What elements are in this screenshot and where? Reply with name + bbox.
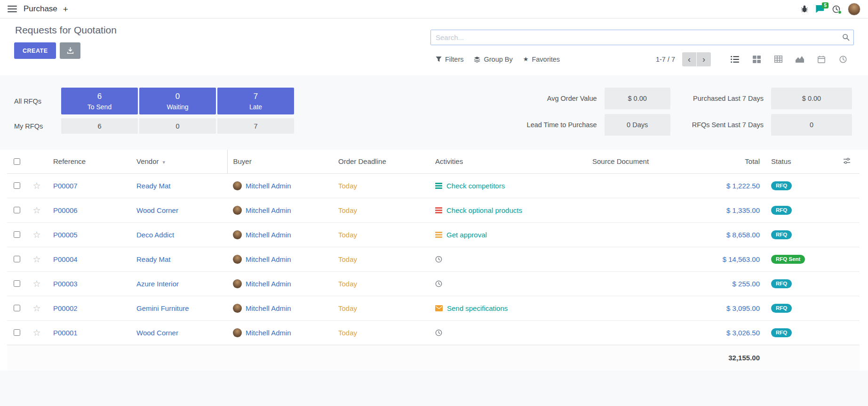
table-row[interactable]: ☆ P00006 Wood Corner Mitchell Admin Toda… xyxy=(7,198,860,222)
list-view-button[interactable] xyxy=(724,51,746,67)
reference-link[interactable]: P00007 xyxy=(53,182,78,190)
buyer-link[interactable]: Mitchell Admin xyxy=(246,304,291,312)
activity-summary[interactable]: Check optional products xyxy=(446,206,522,214)
vendor-link[interactable]: Ready Mat xyxy=(136,182,171,190)
activity-summary[interactable]: Check competitors xyxy=(446,182,505,190)
table-row[interactable]: ☆ P00003 Azure Interior Mitchell Admin T… xyxy=(7,271,860,296)
favorite-star-icon[interactable]: ☆ xyxy=(32,328,40,338)
activity-summary[interactable]: Get approval xyxy=(446,231,487,239)
reference-link[interactable]: P00002 xyxy=(53,304,78,312)
row-checkbox[interactable] xyxy=(14,207,20,213)
header-source-document[interactable]: Source Document xyxy=(587,150,681,173)
header-order-deadline[interactable]: Order Deadline xyxy=(333,150,430,173)
vendor-link[interactable]: Wood Corner xyxy=(136,206,178,214)
activity-clock-icon[interactable] xyxy=(435,329,442,336)
activity-clock-icon[interactable] xyxy=(435,280,442,287)
row-checkbox[interactable] xyxy=(14,329,20,336)
favorite-star-icon[interactable]: ☆ xyxy=(32,254,40,264)
row-checkbox[interactable] xyxy=(14,305,20,311)
optional-columns-icon[interactable] xyxy=(843,157,851,164)
buyer-link[interactable]: Mitchell Admin xyxy=(246,280,291,288)
my-late[interactable]: 7 xyxy=(217,118,294,134)
table-row[interactable]: ☆ P00004 Ready Mat Mitchell Admin Today … xyxy=(7,247,860,271)
create-button[interactable]: CREATE xyxy=(14,42,56,59)
reference-link[interactable]: P00005 xyxy=(53,231,78,239)
table-row[interactable]: ☆ P00007 Ready Mat Mitchell Admin Today … xyxy=(7,173,860,198)
header-buyer[interactable]: Buyer xyxy=(227,150,333,173)
table-row[interactable]: ☆ P00001 Wood Corner Mitchell Admin Toda… xyxy=(7,320,860,345)
header-vendor[interactable]: Vendor▾ xyxy=(131,150,227,173)
kpi-to-send[interactable]: 6 To Send xyxy=(61,88,138,114)
activity-clock-icon[interactable] xyxy=(435,256,442,263)
debug-bug-icon[interactable] xyxy=(801,5,808,13)
all-rfqs-label[interactable]: All RFQs xyxy=(14,97,60,105)
activity-summary[interactable]: Send specifications xyxy=(447,304,508,312)
header-activities[interactable]: Activities xyxy=(430,150,587,173)
header-total[interactable]: Total xyxy=(681,150,765,173)
filters-button[interactable]: Filters xyxy=(430,53,469,66)
reference-link[interactable]: P00006 xyxy=(53,206,78,214)
order-deadline-value: Today xyxy=(338,206,357,214)
status-badge: RFQ xyxy=(771,279,792,288)
pager-previous-button[interactable]: ‹ xyxy=(682,52,696,66)
activities-clock-icon[interactable] xyxy=(832,5,840,13)
messages-count-badge: 5 xyxy=(822,2,828,8)
header-status[interactable]: Status xyxy=(765,150,834,173)
activity-mail-icon[interactable] xyxy=(435,305,443,311)
export-button[interactable] xyxy=(60,42,80,59)
reference-link[interactable]: P00001 xyxy=(53,329,78,337)
buyer-link[interactable]: Mitchell Admin xyxy=(246,329,291,337)
favorite-star-icon[interactable]: ☆ xyxy=(32,181,40,191)
kpi-late[interactable]: 7 Late xyxy=(217,88,294,114)
vendor-link[interactable]: Wood Corner xyxy=(136,329,178,337)
table-row[interactable]: ☆ P00002 Gemini Furniture Mitchell Admin… xyxy=(7,296,860,320)
row-checkbox[interactable] xyxy=(14,280,20,287)
favorites-button[interactable]: ★ Favorites xyxy=(518,53,565,66)
select-all-checkbox[interactable] xyxy=(14,158,20,165)
buyer-avatar xyxy=(233,304,242,313)
favorite-star-icon[interactable]: ☆ xyxy=(32,279,40,289)
vendor-link[interactable]: Azure Interior xyxy=(136,280,179,288)
buyer-link[interactable]: Mitchell Admin xyxy=(246,255,291,263)
activity-list-icon[interactable] xyxy=(435,232,442,238)
graph-view-button[interactable] xyxy=(789,51,811,67)
favorite-star-icon[interactable]: ☆ xyxy=(32,303,40,313)
pivot-view-button[interactable] xyxy=(767,51,789,67)
row-checkbox[interactable] xyxy=(14,231,20,238)
row-checkbox[interactable] xyxy=(14,182,20,189)
buyer-link[interactable]: Mitchell Admin xyxy=(246,182,291,190)
buyer-link[interactable]: Mitchell Admin xyxy=(246,206,291,214)
avg-order-value-label: Avg Order Value xyxy=(527,95,605,102)
kpi-waiting[interactable]: 0 Waiting xyxy=(139,88,216,114)
search-input[interactable] xyxy=(430,30,854,45)
plus-icon[interactable]: + xyxy=(63,5,68,14)
view-switcher xyxy=(724,51,854,67)
pager-next-button[interactable]: › xyxy=(697,52,711,66)
reference-link[interactable]: P00003 xyxy=(53,280,78,288)
my-rfqs-label[interactable]: My RFQs xyxy=(14,122,60,130)
vendor-link[interactable]: Gemini Furniture xyxy=(136,304,189,312)
header-reference[interactable]: Reference xyxy=(48,150,131,173)
activity-list-icon[interactable] xyxy=(435,183,442,189)
reference-link[interactable]: P00004 xyxy=(53,255,78,263)
kanban-view-button[interactable] xyxy=(746,51,767,67)
vendor-link[interactable]: Ready Mat xyxy=(136,255,171,263)
activity-list-icon[interactable] xyxy=(435,207,442,213)
activity-view-button[interactable] xyxy=(832,51,854,67)
user-avatar[interactable] xyxy=(848,3,860,16)
my-to-send[interactable]: 6 xyxy=(61,118,138,134)
apps-menu-icon[interactable] xyxy=(8,6,17,12)
group-by-button[interactable]: Group By xyxy=(469,53,518,66)
vendor-link[interactable]: Deco Addict xyxy=(136,231,174,239)
table-row[interactable]: ☆ P00005 Deco Addict Mitchell Admin Toda… xyxy=(7,222,860,247)
search-icon[interactable] xyxy=(842,33,850,41)
messages-icon[interactable]: 5 xyxy=(816,5,825,13)
row-checkbox[interactable] xyxy=(14,256,20,262)
calendar-view-button[interactable] xyxy=(811,51,832,67)
my-waiting[interactable]: 0 xyxy=(139,118,216,134)
favorite-star-icon[interactable]: ☆ xyxy=(32,230,40,240)
app-name[interactable]: Purchase xyxy=(24,4,57,14)
favorite-star-icon[interactable]: ☆ xyxy=(32,205,40,215)
buyer-link[interactable]: Mitchell Admin xyxy=(246,231,291,239)
kpi-late-label: Late xyxy=(249,103,262,111)
